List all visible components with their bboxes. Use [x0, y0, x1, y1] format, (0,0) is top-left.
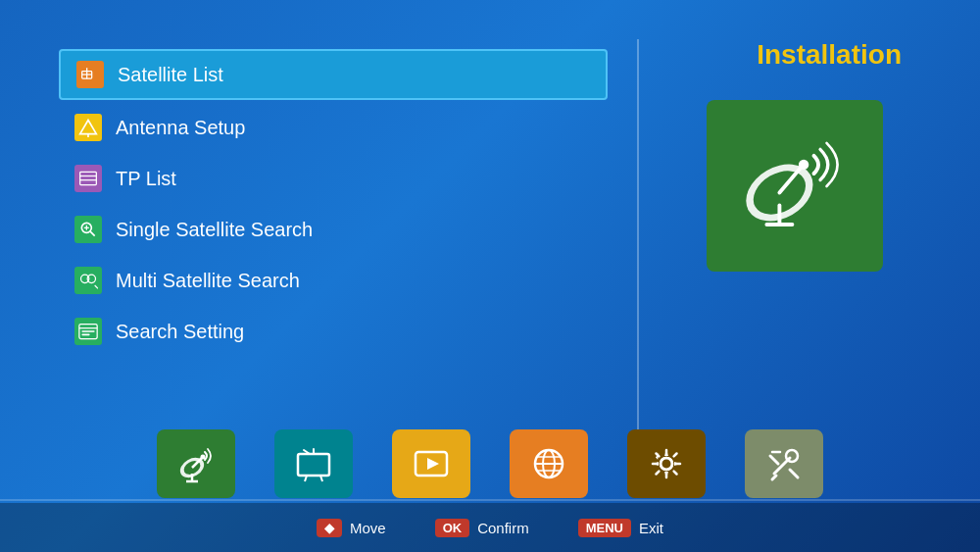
menu-item-single-satellite-search[interactable]: Single Satellite Search [59, 206, 608, 253]
svg-rect-19 [81, 334, 89, 336]
single-search-icon [74, 216, 102, 243]
antenna-setup-label: Antenna Setup [116, 117, 245, 139]
svg-line-57 [790, 470, 798, 477]
move-badge: ◆ [317, 519, 342, 537]
single-satellite-search-label: Single Satellite Search [116, 219, 313, 241]
ok-badge: OK [435, 519, 470, 537]
svg-point-29 [201, 455, 206, 460]
svg-rect-18 [81, 330, 94, 332]
antenna-icon [74, 114, 102, 141]
svg-rect-32 [298, 454, 329, 476]
bottom-nav-icons [0, 429, 980, 498]
svg-point-23 [799, 159, 808, 169]
multi-search-icon [74, 267, 102, 294]
svg-marker-38 [427, 458, 439, 470]
right-panel: Installation [668, 39, 921, 474]
confirm-label: Confirm [477, 520, 529, 536]
menu-badge: MENU [578, 519, 631, 537]
svg-line-58 [770, 456, 778, 464]
satellite-list-icon [76, 61, 104, 88]
svg-line-10 [90, 231, 95, 236]
vertical-divider [637, 39, 639, 474]
svg-line-52 [674, 454, 677, 457]
footer-bar: ◆ Move OK Confirm MENU Exit [0, 503, 980, 552]
menu-item-tp-list[interactable]: TP List [59, 155, 608, 202]
svg-line-56 [772, 476, 776, 479]
nav-icon-installation[interactable] [157, 429, 235, 498]
svg-line-15 [95, 285, 98, 288]
nav-icon-tv[interactable] [274, 429, 353, 498]
svg-line-51 [674, 472, 677, 475]
footer-confirm: OK Confirm [435, 519, 529, 537]
nav-icon-tools[interactable] [745, 429, 823, 498]
tp-list-icon [74, 165, 102, 192]
svg-marker-4 [80, 121, 97, 134]
multi-satellite-search-label: Multi Satellite Search [116, 270, 300, 292]
menu-item-search-setting[interactable]: Search Setting [59, 308, 608, 355]
move-label: Move [350, 520, 386, 536]
svg-rect-6 [80, 172, 97, 184]
menu-panel: Satellite List Antenna Setup TP List [59, 49, 608, 474]
feature-icon-box [707, 100, 883, 272]
separator-line [0, 499, 980, 501]
svg-point-55 [786, 450, 798, 462]
satellite-list-label: Satellite List [118, 64, 223, 86]
svg-point-45 [661, 458, 672, 470]
menu-item-antenna-setup[interactable]: Antenna Setup [59, 104, 608, 151]
menu-item-multi-satellite-search[interactable]: Multi Satellite Search [59, 257, 608, 304]
search-setting-label: Search Setting [116, 321, 244, 343]
svg-line-53 [657, 472, 660, 475]
nav-icon-media[interactable] [392, 429, 470, 498]
menu-item-satellite-list[interactable]: Satellite List [59, 49, 608, 100]
section-title: Installation [757, 39, 902, 71]
footer-exit: MENU Exit [578, 519, 663, 537]
nav-icon-settings[interactable] [627, 429, 706, 498]
exit-label: Exit [639, 520, 663, 536]
nav-icon-web[interactable] [510, 429, 588, 498]
footer-move: ◆ Move [317, 519, 386, 537]
search-setting-icon [74, 318, 102, 345]
tp-list-label: TP List [116, 168, 176, 190]
